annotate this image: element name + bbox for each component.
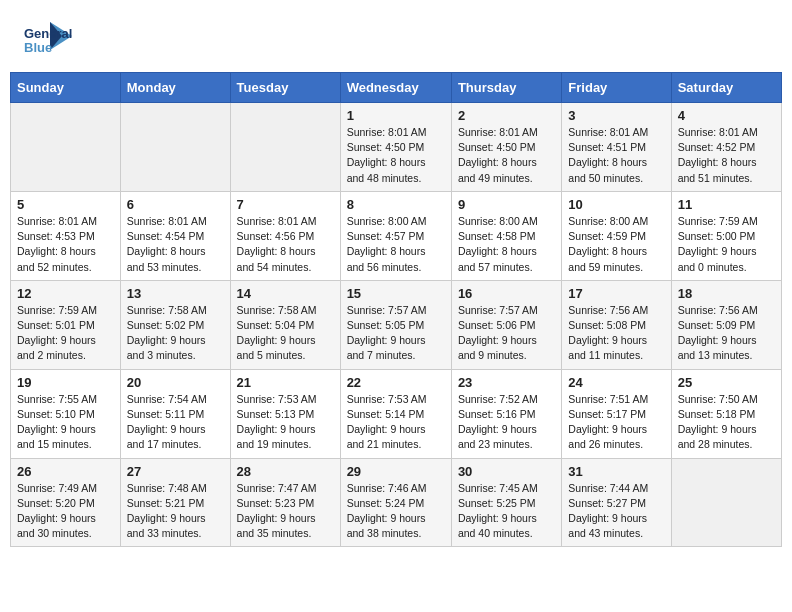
calendar-cell: 25Sunrise: 7:50 AM Sunset: 5:18 PM Dayli…: [671, 369, 781, 458]
day-info: Sunrise: 8:01 AM Sunset: 4:52 PM Dayligh…: [678, 125, 775, 186]
calendar-cell: 17Sunrise: 7:56 AM Sunset: 5:08 PM Dayli…: [562, 280, 671, 369]
day-number: 3: [568, 108, 664, 123]
day-info: Sunrise: 7:48 AM Sunset: 5:21 PM Dayligh…: [127, 481, 224, 542]
day-number: 27: [127, 464, 224, 479]
day-info: Sunrise: 7:44 AM Sunset: 5:27 PM Dayligh…: [568, 481, 664, 542]
calendar-cell: 22Sunrise: 7:53 AM Sunset: 5:14 PM Dayli…: [340, 369, 451, 458]
day-number: 8: [347, 197, 445, 212]
day-info: Sunrise: 7:51 AM Sunset: 5:17 PM Dayligh…: [568, 392, 664, 453]
calendar-cell: 16Sunrise: 7:57 AM Sunset: 5:06 PM Dayli…: [451, 280, 561, 369]
weekday-header-row: SundayMondayTuesdayWednesdayThursdayFrid…: [11, 73, 782, 103]
calendar-cell: 30Sunrise: 7:45 AM Sunset: 5:25 PM Dayli…: [451, 458, 561, 547]
day-number: 28: [237, 464, 334, 479]
day-info: Sunrise: 7:56 AM Sunset: 5:08 PM Dayligh…: [568, 303, 664, 364]
calendar-cell: [120, 103, 230, 192]
calendar-cell: 18Sunrise: 7:56 AM Sunset: 5:09 PM Dayli…: [671, 280, 781, 369]
day-info: Sunrise: 8:00 AM Sunset: 4:58 PM Dayligh…: [458, 214, 555, 275]
day-number: 25: [678, 375, 775, 390]
calendar-cell: 23Sunrise: 7:52 AM Sunset: 5:16 PM Dayli…: [451, 369, 561, 458]
day-info: Sunrise: 8:01 AM Sunset: 4:54 PM Dayligh…: [127, 214, 224, 275]
day-info: Sunrise: 7:54 AM Sunset: 5:11 PM Dayligh…: [127, 392, 224, 453]
calendar-cell: [11, 103, 121, 192]
day-info: Sunrise: 8:01 AM Sunset: 4:50 PM Dayligh…: [347, 125, 445, 186]
logo: General Blue: [22, 18, 76, 62]
logo-icon: General Blue: [22, 18, 74, 62]
calendar-cell: 5Sunrise: 8:01 AM Sunset: 4:53 PM Daylig…: [11, 191, 121, 280]
day-info: Sunrise: 7:53 AM Sunset: 5:13 PM Dayligh…: [237, 392, 334, 453]
calendar-cell: 20Sunrise: 7:54 AM Sunset: 5:11 PM Dayli…: [120, 369, 230, 458]
day-info: Sunrise: 7:46 AM Sunset: 5:24 PM Dayligh…: [347, 481, 445, 542]
calendar-week-4: 19Sunrise: 7:55 AM Sunset: 5:10 PM Dayli…: [11, 369, 782, 458]
day-number: 14: [237, 286, 334, 301]
calendar-cell: 8Sunrise: 8:00 AM Sunset: 4:57 PM Daylig…: [340, 191, 451, 280]
day-number: 23: [458, 375, 555, 390]
day-number: 24: [568, 375, 664, 390]
weekday-header-saturday: Saturday: [671, 73, 781, 103]
calendar-cell: 26Sunrise: 7:49 AM Sunset: 5:20 PM Dayli…: [11, 458, 121, 547]
calendar-cell: 21Sunrise: 7:53 AM Sunset: 5:13 PM Dayli…: [230, 369, 340, 458]
calendar-cell: 3Sunrise: 8:01 AM Sunset: 4:51 PM Daylig…: [562, 103, 671, 192]
day-info: Sunrise: 8:00 AM Sunset: 4:59 PM Dayligh…: [568, 214, 664, 275]
calendar-week-2: 5Sunrise: 8:01 AM Sunset: 4:53 PM Daylig…: [11, 191, 782, 280]
calendar-cell: 4Sunrise: 8:01 AM Sunset: 4:52 PM Daylig…: [671, 103, 781, 192]
day-info: Sunrise: 8:01 AM Sunset: 4:50 PM Dayligh…: [458, 125, 555, 186]
calendar-cell: 12Sunrise: 7:59 AM Sunset: 5:01 PM Dayli…: [11, 280, 121, 369]
day-info: Sunrise: 8:01 AM Sunset: 4:56 PM Dayligh…: [237, 214, 334, 275]
calendar-week-1: 1Sunrise: 8:01 AM Sunset: 4:50 PM Daylig…: [11, 103, 782, 192]
calendar-cell: 10Sunrise: 8:00 AM Sunset: 4:59 PM Dayli…: [562, 191, 671, 280]
calendar-cell: 1Sunrise: 8:01 AM Sunset: 4:50 PM Daylig…: [340, 103, 451, 192]
day-number: 21: [237, 375, 334, 390]
day-info: Sunrise: 7:49 AM Sunset: 5:20 PM Dayligh…: [17, 481, 114, 542]
day-info: Sunrise: 7:53 AM Sunset: 5:14 PM Dayligh…: [347, 392, 445, 453]
day-number: 13: [127, 286, 224, 301]
day-number: 7: [237, 197, 334, 212]
page-header: General Blue: [10, 10, 782, 68]
day-number: 15: [347, 286, 445, 301]
weekday-header-sunday: Sunday: [11, 73, 121, 103]
day-number: 1: [347, 108, 445, 123]
calendar-table: SundayMondayTuesdayWednesdayThursdayFrid…: [10, 72, 782, 547]
calendar-cell: 29Sunrise: 7:46 AM Sunset: 5:24 PM Dayli…: [340, 458, 451, 547]
calendar-cell: 9Sunrise: 8:00 AM Sunset: 4:58 PM Daylig…: [451, 191, 561, 280]
day-info: Sunrise: 7:57 AM Sunset: 5:06 PM Dayligh…: [458, 303, 555, 364]
day-number: 2: [458, 108, 555, 123]
day-number: 26: [17, 464, 114, 479]
weekday-header-wednesday: Wednesday: [340, 73, 451, 103]
calendar-cell: 11Sunrise: 7:59 AM Sunset: 5:00 PM Dayli…: [671, 191, 781, 280]
day-info: Sunrise: 8:01 AM Sunset: 4:51 PM Dayligh…: [568, 125, 664, 186]
day-number: 17: [568, 286, 664, 301]
day-info: Sunrise: 7:58 AM Sunset: 5:02 PM Dayligh…: [127, 303, 224, 364]
day-info: Sunrise: 7:45 AM Sunset: 5:25 PM Dayligh…: [458, 481, 555, 542]
day-info: Sunrise: 7:57 AM Sunset: 5:05 PM Dayligh…: [347, 303, 445, 364]
weekday-header-tuesday: Tuesday: [230, 73, 340, 103]
svg-text:General: General: [24, 26, 72, 41]
calendar-cell: 15Sunrise: 7:57 AM Sunset: 5:05 PM Dayli…: [340, 280, 451, 369]
calendar-cell: 19Sunrise: 7:55 AM Sunset: 5:10 PM Dayli…: [11, 369, 121, 458]
day-info: Sunrise: 8:00 AM Sunset: 4:57 PM Dayligh…: [347, 214, 445, 275]
calendar-cell: 31Sunrise: 7:44 AM Sunset: 5:27 PM Dayli…: [562, 458, 671, 547]
day-number: 11: [678, 197, 775, 212]
day-number: 5: [17, 197, 114, 212]
day-number: 12: [17, 286, 114, 301]
calendar-week-3: 12Sunrise: 7:59 AM Sunset: 5:01 PM Dayli…: [11, 280, 782, 369]
calendar-body: 1Sunrise: 8:01 AM Sunset: 4:50 PM Daylig…: [11, 103, 782, 547]
calendar-cell: 27Sunrise: 7:48 AM Sunset: 5:21 PM Dayli…: [120, 458, 230, 547]
calendar-cell: 28Sunrise: 7:47 AM Sunset: 5:23 PM Dayli…: [230, 458, 340, 547]
day-info: Sunrise: 7:55 AM Sunset: 5:10 PM Dayligh…: [17, 392, 114, 453]
weekday-header-friday: Friday: [562, 73, 671, 103]
day-number: 10: [568, 197, 664, 212]
day-number: 9: [458, 197, 555, 212]
day-info: Sunrise: 7:52 AM Sunset: 5:16 PM Dayligh…: [458, 392, 555, 453]
day-info: Sunrise: 7:50 AM Sunset: 5:18 PM Dayligh…: [678, 392, 775, 453]
calendar-cell: [230, 103, 340, 192]
calendar-cell: 2Sunrise: 8:01 AM Sunset: 4:50 PM Daylig…: [451, 103, 561, 192]
day-number: 31: [568, 464, 664, 479]
calendar-cell: 6Sunrise: 8:01 AM Sunset: 4:54 PM Daylig…: [120, 191, 230, 280]
day-info: Sunrise: 7:58 AM Sunset: 5:04 PM Dayligh…: [237, 303, 334, 364]
calendar-cell: 7Sunrise: 8:01 AM Sunset: 4:56 PM Daylig…: [230, 191, 340, 280]
day-number: 6: [127, 197, 224, 212]
calendar-week-5: 26Sunrise: 7:49 AM Sunset: 5:20 PM Dayli…: [11, 458, 782, 547]
day-number: 29: [347, 464, 445, 479]
calendar-cell: 14Sunrise: 7:58 AM Sunset: 5:04 PM Dayli…: [230, 280, 340, 369]
day-info: Sunrise: 8:01 AM Sunset: 4:53 PM Dayligh…: [17, 214, 114, 275]
